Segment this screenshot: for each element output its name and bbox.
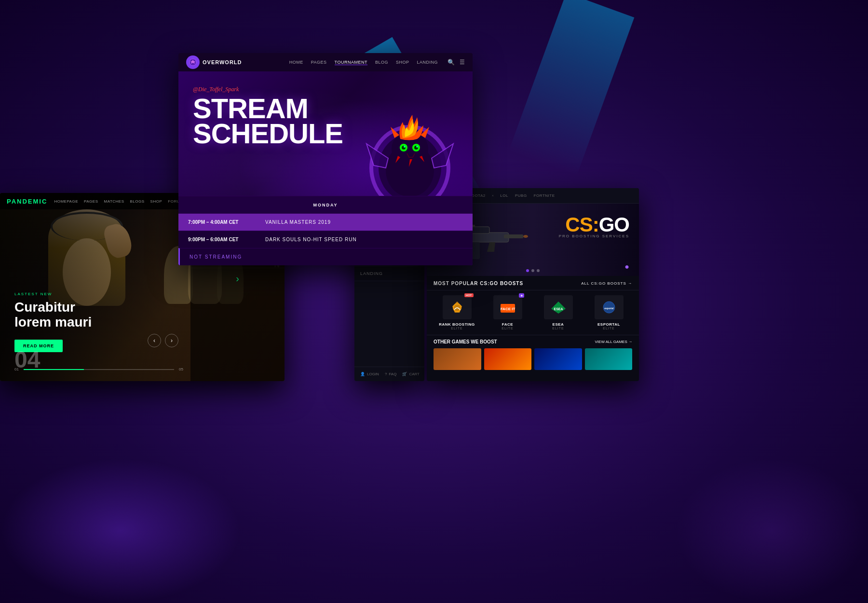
cart-icon: 🛒 (402, 372, 407, 376)
pan-hero-content: LASTEST NEW Curabitur lorem mauri READ M… (14, 292, 92, 352)
menu-login-link[interactable]: 👤 LOGIN (360, 372, 379, 376)
pan-nav-arrows: ‹ › (148, 334, 178, 347)
csgo-rank-icon: HOT (443, 295, 472, 319)
csgo-card-3-tier: ELITE (535, 327, 582, 330)
pan-heading: Curabitur lorem mauri (14, 300, 92, 330)
pan-slide-start: 01 (14, 367, 19, 371)
svg-rect-12 (504, 234, 523, 238)
csgo-nav-fortnite[interactable]: FORTNITE (534, 193, 555, 198)
ow-nav-icons: 🔍 ☰ (448, 59, 465, 66)
csgo-nav-dota2[interactable]: DOTA2 (472, 193, 486, 198)
csgo-dot-3[interactable] (537, 269, 540, 272)
ow-logo: OVERWORLD (186, 55, 242, 69)
ow-nav-shop[interactable]: SHOP (396, 60, 409, 65)
csgo-esportal-icon: esportal (595, 295, 624, 319)
ow-not-streaming-label: NOT STREAMING (190, 254, 242, 260)
csgo-card-esea[interactable]: ESEA ESEA ELITE (535, 295, 582, 330)
csgo-nav-separator: ‹ (492, 193, 494, 198)
pan-slide-end: 05 (179, 367, 183, 371)
csgo-esea-icon: ESEA (544, 295, 573, 319)
menu-item-landing[interactable]: LANDING (354, 266, 424, 281)
pan-progress-bar (24, 369, 84, 370)
pan-heading-line1: Curabitur (14, 300, 75, 315)
svg-point-9 (404, 146, 406, 148)
csgo-rank-badge: HOT (464, 293, 474, 297)
csgo-card-2-tier: ELITE (484, 327, 531, 330)
csgo-face-icon: ★ FACE IT (493, 295, 522, 319)
csgo-title-main: CS:GO (559, 216, 629, 234)
csgo-thumb-blue[interactable] (534, 348, 582, 370)
pan-nav-pages[interactable]: PAGES (84, 199, 98, 204)
csgo-indicator-dot: ● (624, 262, 629, 271)
ow-hero-content: @Die_Toffel_Spark STREAM SCHEDULE (193, 86, 343, 146)
ow-schedule-offline: NOT STREAMING (178, 248, 473, 265)
pan-logo: PANDEMIC (7, 198, 47, 205)
csgo-nav-pubg[interactable]: PUBG (515, 193, 527, 198)
csgo-card-1-tier: ELITE (434, 327, 480, 330)
menu-icon[interactable]: ☰ (460, 59, 465, 66)
csgo-card-esportal[interactable]: esportal ESPORTAL ELITE (585, 295, 632, 330)
menu-item-landing-label: LANDING (360, 271, 383, 276)
pan-nav-blogs[interactable]: BLOGS (130, 199, 145, 204)
pan-latest-label: LASTEST NEW (14, 292, 92, 296)
csgo-other-games-header: OTHER GAMES WE BOOST VIEW ALL GAMES → (427, 335, 639, 348)
pan-logo-text: PANDEMIC (7, 198, 47, 205)
ow-schedule-row-1: 7:00PM – 4:00AM CET VANILLA MASTERS 2019 (178, 213, 473, 231)
ow-nav-pages[interactable]: PAGES (311, 60, 327, 65)
faq-icon: ? (385, 372, 387, 376)
pan-nav-shop[interactable]: SHOP (150, 199, 163, 204)
csgo-boost-cards: HOT RANK BOOSTING ELITE ★ FACE IT (427, 290, 639, 335)
csgo-go-text: GO (599, 213, 629, 236)
ow-nav-landing[interactable]: LANDING (417, 60, 438, 65)
ow-schedule-row-2: 9:00PM – 6:00AM CET DARK SOULS NO-HIT SP… (178, 231, 473, 248)
svg-point-17 (523, 235, 528, 238)
svg-text:ESEA: ESEA (554, 307, 563, 311)
csgo-thumb-fire[interactable] (484, 348, 532, 370)
csgo-slide-dots (526, 269, 540, 272)
ow-time-2: 9:00PM – 6:00AM CET (188, 237, 265, 242)
ow-hero-subtitle: @Die_Toffel_Spark (193, 86, 343, 93)
ow-logo-icon (186, 55, 200, 69)
ow-nav-home[interactable]: HOME (289, 60, 303, 65)
login-icon: 👤 (360, 372, 365, 376)
csgo-card-face[interactable]: ★ FACE IT FACE ELITE (484, 295, 531, 330)
pan-nav-matches[interactable]: MATCHES (104, 199, 124, 204)
csgo-dot-2[interactable] (531, 269, 534, 272)
csgo-other-title: OTHER GAMES WE BOOST (434, 339, 497, 344)
ow-logo-text: OVERWORLD (203, 59, 242, 65)
csgo-card-rank[interactable]: HOT RANK BOOSTING ELITE (434, 295, 480, 330)
csgo-popular-title: MOST POPULAR CS:GO BOOSTS (434, 281, 523, 286)
window-overworld: OVERWORLD HOME PAGES TOURNAMENT BLOG SHO… (178, 53, 473, 265)
pan-next-button[interactable]: › (165, 334, 178, 347)
csgo-view-all-link[interactable]: VIEW ALL GAMES → (595, 340, 632, 344)
svg-point-10 (416, 146, 418, 148)
ow-schedule-day: MONDAY (178, 196, 473, 213)
ow-schedule: MONDAY 7:00PM – 4:00AM CET VANILLA MASTE… (178, 196, 473, 265)
csgo-nav-lol[interactable]: LOL (500, 193, 508, 198)
csgo-thumb-wow[interactable] (434, 348, 481, 370)
side-card-arrow[interactable]: › (236, 273, 239, 284)
pan-nav-homepage[interactable]: HOMEPAGE (54, 199, 78, 204)
search-icon[interactable]: 🔍 (448, 59, 455, 66)
csgo-all-boosts-link[interactable]: ALL CS:GO BOOSTS → (581, 281, 632, 286)
csgo-dot-1[interactable] (526, 269, 529, 272)
csgo-thumb-teal[interactable] (585, 348, 633, 370)
svg-text:FACE IT: FACE IT (500, 307, 515, 311)
menu-cart-link[interactable]: 🛒 CART (402, 372, 420, 376)
ow-title-line2: SCHEDULE (193, 118, 343, 149)
pan-prev-button[interactable]: ‹ (148, 334, 161, 347)
csgo-cs-text: CS: (565, 213, 598, 236)
pan-heading-line2: lorem mauri (14, 315, 92, 329)
main-container: OVERWORLD HOME PAGES TOURNAMENT BLOG SHO… (0, 0, 868, 603)
ow-event-1: VANILLA MASTERS 2019 (265, 219, 463, 225)
menu-faq-link[interactable]: ? FAQ (385, 372, 396, 376)
svg-text:esportal: esportal (604, 307, 614, 310)
ow-nav-tournament[interactable]: TOURNAMENT (335, 60, 367, 65)
ow-nav-blog[interactable]: BLOG (375, 60, 388, 65)
csgo-face-badge: ★ (519, 293, 524, 298)
csgo-card-4-name: ESPORTAL (585, 322, 632, 327)
ow-hero-title: STREAM SCHEDULE (193, 96, 343, 146)
csgo-card-3-name: ESEA (535, 322, 582, 327)
ow-day-label: MONDAY (313, 203, 338, 207)
csgo-title-area: CS:GO PRO BOOSTING SERVICES (559, 216, 629, 238)
